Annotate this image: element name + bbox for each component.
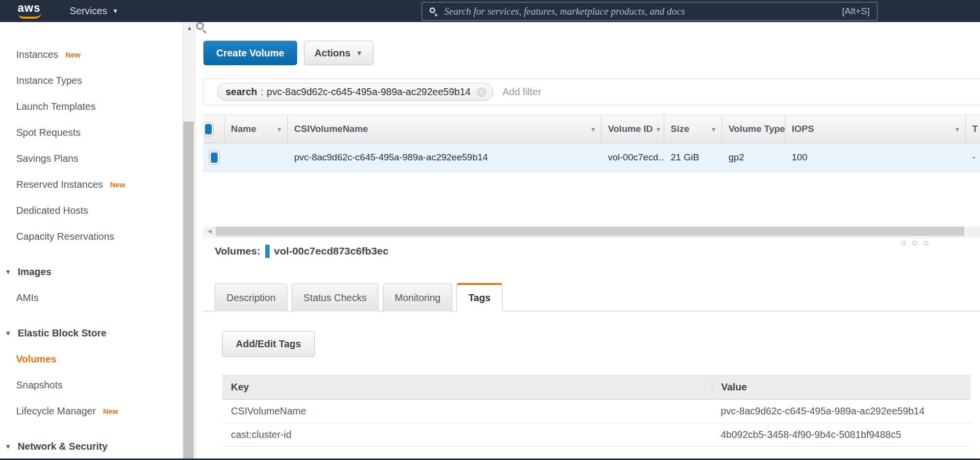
column-header-volume-id[interactable]: Volume ID ▾ xyxy=(602,115,664,143)
select-all-cell xyxy=(203,115,225,143)
sidebar-section-elastic-block-store[interactable]: ▼ Elastic Block Store xyxy=(0,320,182,346)
filter-separator: : xyxy=(261,86,264,98)
cell-name xyxy=(225,143,288,172)
chevron-down-icon: ▼ xyxy=(356,49,363,57)
section-caret-icon: ▼ xyxy=(5,268,11,276)
sidebar-item-label: Savings Plans xyxy=(16,153,78,164)
tag-row: cast:cluster-id 4b092cb5-3458-4f90-9b4c-… xyxy=(222,423,971,447)
selection-indicator-bar xyxy=(265,245,270,258)
create-volume-button[interactable]: Create Volume xyxy=(203,41,297,65)
section-caret-icon: ▼ xyxy=(5,443,11,450)
active-filter-tag[interactable]: search : pvc-8ac9d62c-c645-495a-989a-ac2… xyxy=(217,83,493,101)
row-checkbox[interactable] xyxy=(209,151,219,164)
tags-key-header: Key xyxy=(222,382,712,393)
cell-throughput: - xyxy=(966,143,980,172)
column-header-name[interactable]: Name ▾ xyxy=(225,115,288,143)
actions-button[interactable]: Actions ▼ xyxy=(304,41,374,65)
filter-bar[interactable]: search : pvc-8ac9d62c-c645-495a-989a-ac2… xyxy=(203,78,980,105)
sidebar-scrollbar-thumb[interactable] xyxy=(183,122,194,459)
sidebar-item-label: Dedicated Hosts xyxy=(16,205,88,216)
details-heading-label: Volumes: xyxy=(215,245,260,257)
add-edit-tags-button[interactable]: Add/Edit Tags xyxy=(222,331,315,357)
sidebar-item-lifecycle-manager[interactable]: Lifecycle Manager New xyxy=(0,398,182,424)
cell-size: 21 GiB xyxy=(664,143,722,172)
filter-value: pvc-8ac9d62c-c645-495a-989a-ac292ee59b14 xyxy=(267,86,471,98)
sort-arrow-icon: ▾ xyxy=(657,126,660,133)
sidebar-item-snapshots[interactable]: Snapshots xyxy=(0,372,182,398)
scrollbar-up-icon[interactable]: ▲ xyxy=(183,25,196,31)
panel-resize-handle[interactable] xyxy=(901,241,929,246)
global-search-input[interactable] xyxy=(444,6,836,17)
sidebar-section-label: Images xyxy=(18,266,51,278)
aws-logo[interactable]: aws xyxy=(18,3,45,20)
tags-table: Key Value CSIVolumeName pvc-8ac9d62c-c64… xyxy=(222,375,971,447)
services-menu[interactable]: Services ▼ xyxy=(70,5,119,17)
volumes-main: Create Volume Actions ▼ search : pvc-8ac… xyxy=(196,22,980,459)
cell-volume-id: vol-00c7ecd… xyxy=(602,143,664,172)
sidebar-item-label: Volumes xyxy=(16,354,56,365)
section-caret-icon: ▼ xyxy=(5,330,11,337)
sidebar-item-launch-templates[interactable]: Launch Templates xyxy=(0,94,182,120)
tag-value: 4b092cb5-3458-4f90-9b4c-5081bf9488c5 xyxy=(712,429,971,440)
column-header-size[interactable]: Size ▾ xyxy=(664,115,722,143)
sidebar-item-instance-types[interactable]: Instance Types xyxy=(0,68,182,94)
sort-arrow-icon: ▾ xyxy=(712,126,715,133)
top-nav: aws Services ▼ [Alt+S] xyxy=(0,0,980,22)
details-tabstrip: Description Status Checks Monitoring Tag… xyxy=(203,282,980,311)
column-label: IOPS xyxy=(792,124,814,134)
sidebar-section-images[interactable]: ▼ Images xyxy=(0,259,182,285)
sidebar-item-reserved-instances[interactable]: Reserved Instances New xyxy=(0,172,182,198)
sidebar-item-dedicated-hosts[interactable]: Dedicated Hosts xyxy=(0,198,182,224)
column-header-throughput[interactable]: T xyxy=(966,115,980,143)
details-panel: Volumes: vol-00c7ecd873c6fb3ec Descripti… xyxy=(203,237,980,447)
column-header-iops[interactable]: IOPS ▾ xyxy=(785,115,966,143)
ec2-console-page: aws Services ▼ [Alt+S] Instances New Ins… xyxy=(0,0,980,460)
add-filter-input[interactable]: Add filter xyxy=(503,86,541,98)
sidebar-item-savings-plans[interactable]: Savings Plans xyxy=(0,146,182,172)
sidebar-item-volumes[interactable]: Volumes xyxy=(0,346,182,372)
sidebar-item-instances[interactable]: Instances New xyxy=(0,42,182,68)
column-header-csivolumename[interactable]: CSIVolumeName ▾ xyxy=(288,115,602,143)
ec2-sidebar: Instances New Instance Types Launch Temp… xyxy=(0,22,182,459)
services-label: Services xyxy=(70,5,107,17)
table-row[interactable]: pvc-8ac9d62c-c645-495a-989a-ac292ee59b14… xyxy=(203,143,980,172)
tab-description[interactable]: Description xyxy=(215,283,287,311)
column-label: Volume Type xyxy=(729,124,785,134)
table-empty-space xyxy=(203,172,980,227)
sidebar-item-label: Reserved Instances xyxy=(16,179,103,190)
cell-iops: 100 xyxy=(785,143,966,172)
sidebar-item-label: Instance Types xyxy=(16,75,82,86)
select-all-checkbox[interactable] xyxy=(203,123,213,136)
actions-label: Actions xyxy=(315,48,351,59)
column-label: Volume ID xyxy=(608,124,653,134)
new-badge: New xyxy=(66,51,81,59)
chevron-down-icon: ▼ xyxy=(112,7,119,15)
tag-row: CSIVolumeName pvc-8ac9d62c-c645-495a-989… xyxy=(222,400,971,423)
sidebar-section-label: Elastic Block Store xyxy=(18,328,106,339)
tags-table-header: Key Value xyxy=(222,375,971,400)
selected-volume-id: vol-00c7ecd873c6fb3ec xyxy=(274,245,389,257)
tab-monitoring[interactable]: Monitoring xyxy=(383,283,452,311)
search-icon xyxy=(429,7,438,16)
table-horizontal-scrollbar[interactable]: ◀ xyxy=(203,227,980,236)
sidebar-scrollbar[interactable]: ▲ xyxy=(182,22,196,459)
global-search-box[interactable]: [Alt+S] xyxy=(422,2,878,21)
sidebar-item-label: Instances xyxy=(16,49,58,60)
sort-arrow-icon: ▾ xyxy=(277,126,281,133)
sidebar-item-capacity-reservations[interactable]: Capacity Reservations xyxy=(0,224,182,250)
tab-status-checks[interactable]: Status Checks xyxy=(292,283,378,311)
horizontal-scrollbar-thumb[interactable] xyxy=(216,227,964,236)
sidebar-section-network-security[interactable]: ▼ Network & Security xyxy=(0,434,182,460)
column-label: CSIVolumeName xyxy=(294,124,368,134)
scrollbar-left-icon[interactable]: ◀ xyxy=(203,227,216,236)
sidebar-item-amis[interactable]: AMIs xyxy=(0,285,182,311)
remove-filter-icon[interactable]: ✕ xyxy=(477,87,486,97)
column-label: Name xyxy=(231,124,256,134)
column-header-volume-type[interactable]: Volume Type ▾ xyxy=(722,115,785,143)
row-select-cell xyxy=(203,143,225,172)
aws-smile-icon xyxy=(19,13,41,19)
new-badge: New xyxy=(110,180,126,189)
sidebar-item-spot-requests[interactable]: Spot Requests xyxy=(0,120,182,146)
tab-tags[interactable]: Tags xyxy=(456,283,502,311)
filter-key: search xyxy=(226,86,257,98)
